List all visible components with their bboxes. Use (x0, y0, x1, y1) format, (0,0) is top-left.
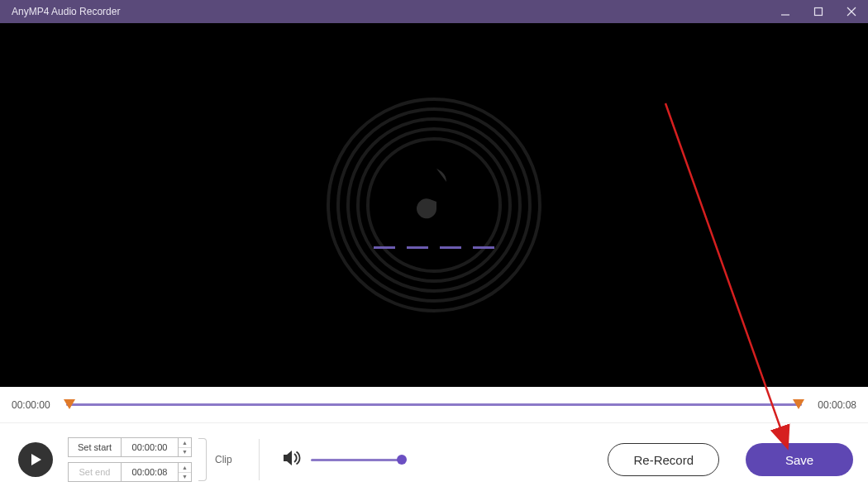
timeline-track[interactable] (66, 395, 802, 415)
maximize-button[interactable] (802, 0, 835, 23)
set-start-row: Set start 00:00:00 ▲ ▼ (68, 437, 192, 457)
clip-end-stepper[interactable]: ▲ ▼ (178, 463, 191, 481)
clip-end-marker[interactable] (793, 398, 804, 408)
music-note-icon (412, 162, 456, 230)
set-end-button: Set end (69, 463, 122, 481)
vinyl-rings (327, 98, 541, 312)
clip-start-value[interactable]: 00:00:00 (122, 438, 178, 456)
stepper-down-icon[interactable]: ▼ (179, 473, 191, 482)
clip-start-marker[interactable] (64, 398, 75, 408)
svg-marker-7 (284, 451, 292, 465)
timeline: 00:00:00 00:00:08 (0, 387, 868, 423)
volume-thumb[interactable] (397, 455, 407, 465)
svg-marker-5 (793, 399, 804, 409)
preview-area (0, 23, 868, 387)
titlebar: AnyMP4 Audio Recorder (0, 0, 868, 23)
stepper-up-icon[interactable]: ▲ (179, 438, 191, 448)
clip-bracket (198, 438, 207, 481)
stepper-down-icon[interactable]: ▼ (179, 448, 191, 457)
clip-end-value[interactable]: 00:00:08 (122, 463, 178, 481)
controls-bar: Set start 00:00:00 ▲ ▼ Set end 00:00:08 … (0, 423, 868, 496)
set-start-button[interactable]: Set start (69, 438, 122, 456)
save-button[interactable]: Save (746, 443, 853, 476)
play-button[interactable] (18, 442, 53, 477)
waveform-placeholder (374, 246, 494, 249)
volume-control (283, 450, 402, 470)
clip-label: Clip (215, 454, 232, 465)
minimize-button[interactable] (769, 0, 802, 23)
timeline-start-time: 00:00:00 (12, 399, 58, 411)
timeline-end-time: 00:00:08 (810, 399, 856, 411)
stepper-up-icon[interactable]: ▲ (179, 463, 191, 473)
clip-start-stepper[interactable]: ▲ ▼ (178, 438, 191, 456)
rerecord-button[interactable]: Re-Record (608, 443, 719, 476)
svg-marker-4 (64, 399, 75, 409)
divider (259, 439, 260, 480)
clip-block: Set start 00:00:00 ▲ ▼ Set end 00:00:08 … (68, 437, 232, 482)
svg-rect-1 (815, 8, 823, 16)
volume-slider[interactable] (311, 459, 402, 461)
volume-icon[interactable] (283, 450, 301, 470)
close-button[interactable] (835, 0, 868, 23)
svg-marker-6 (31, 454, 41, 465)
set-end-row: Set end 00:00:08 ▲ ▼ (68, 462, 192, 482)
app-title: AnyMP4 Audio Recorder (12, 6, 120, 17)
